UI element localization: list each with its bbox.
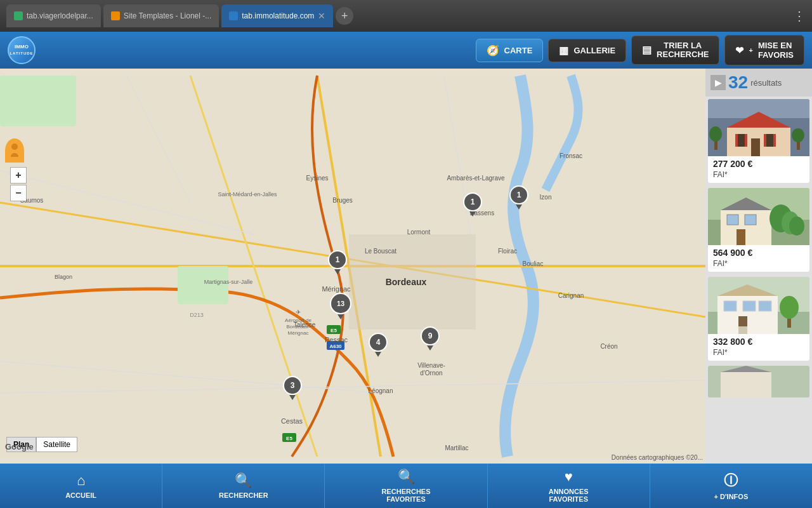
svg-rect-54 xyxy=(737,134,746,147)
svg-rect-83 xyxy=(738,326,747,334)
rechercher-label: RECHERCHER xyxy=(219,491,268,499)
tab-immolatitude[interactable]: tab.immolatitude.com ✕ xyxy=(221,4,333,27)
recherches-favorites-button[interactable]: 🔍 RECHERCHES FAVORITES xyxy=(325,464,487,508)
accueil-button[interactable]: ⌂ ACCUEIL xyxy=(0,464,162,508)
trier-label: TRIER LA RECHERCHE xyxy=(657,41,709,60)
top-navigation: IMMOLATITUDE 🧭 CARTE ▦ GALLERIE ▤ TRIER … xyxy=(0,32,812,69)
marker-circle: 1 xyxy=(463,192,482,211)
svg-text:Cestas: Cestas xyxy=(281,417,303,425)
results-header: ▶ 32 résultats xyxy=(705,69,812,97)
plus-dinfos-button[interactable]: ⓘ + D'INFOS xyxy=(650,464,812,508)
new-tab-button[interactable]: + xyxy=(336,7,353,25)
tab-title: tab.viagerlodelpar... xyxy=(27,11,93,20)
tab-favicon xyxy=(111,11,120,20)
svg-text:Ambarès-et-Lagrave: Ambarès-et-Lagrave xyxy=(447,175,505,182)
svg-text:Bordeaux-: Bordeaux- xyxy=(287,324,310,330)
map-area[interactable]: E5 E5 A630 Bordeaux Pessac Villenave- d'… xyxy=(0,69,705,464)
svg-rect-56 xyxy=(745,134,747,147)
svg-rect-59 xyxy=(773,134,776,147)
svg-text:Mérignac: Mérignac xyxy=(322,285,351,293)
listing-card-4[interactable] xyxy=(708,366,809,398)
tab-title: tab.immolatitude.com xyxy=(242,11,314,20)
svg-rect-57 xyxy=(765,134,775,147)
marker-circle: 9 xyxy=(421,326,440,345)
svg-text:Eysines: Eysines xyxy=(306,175,328,182)
svg-text:d'Ornon: d'Ornon xyxy=(420,370,442,377)
marker-pin xyxy=(337,314,344,319)
search-heart-icon: 🔍 xyxy=(398,469,415,485)
svg-rect-17 xyxy=(178,266,228,304)
listing-card-3[interactable]: 332 800 € FAI* xyxy=(708,277,809,361)
map-marker-3[interactable]: 3 xyxy=(283,376,302,400)
marker-circle: 13 xyxy=(330,293,351,314)
listing-image-2 xyxy=(708,188,809,245)
rechercher-button[interactable]: 🔍 RECHERCHER xyxy=(162,464,325,508)
app-container: IMMOLATITUDE 🧭 CARTE ▦ GALLERIE ▤ TRIER … xyxy=(0,32,812,508)
svg-rect-79 xyxy=(724,301,737,311)
zoom-controls: + − xyxy=(10,167,27,201)
zoom-in-button[interactable]: + xyxy=(10,167,27,184)
listing-card-1[interactable]: 277 200 € FAI* xyxy=(708,99,809,183)
compass-icon: 🧭 xyxy=(487,44,499,57)
pegman-icon xyxy=(9,143,20,158)
favoris-icon: + xyxy=(749,46,752,54)
heart-icon: ♥ xyxy=(565,469,573,485)
map-marker-4[interactable]: 4 xyxy=(369,333,388,357)
map-marker-1b[interactable]: 1 xyxy=(509,185,528,210)
svg-rect-81 xyxy=(759,301,771,311)
svg-text:Blagon: Blagon xyxy=(55,274,72,280)
accueil-label: ACCUEIL xyxy=(65,491,96,499)
svg-text:✈: ✈ xyxy=(296,309,301,316)
tab-title: Site Templates - Lionel -... xyxy=(124,11,212,20)
favoris-button[interactable]: ❤ + MISE EN FAVORIS xyxy=(724,35,804,65)
listing-price-3: 332 800 € xyxy=(708,334,809,348)
recherches-favorites-label: RECHERCHES FAVORITES xyxy=(382,488,431,503)
marker-circle: 3 xyxy=(283,376,302,395)
svg-rect-55 xyxy=(735,134,738,147)
gallerie-button[interactable]: ▦ GALLERIE xyxy=(548,39,626,62)
logo: IMMOLATITUDE xyxy=(8,36,36,64)
zoom-out-button[interactable]: − xyxy=(10,185,27,201)
listing-card-2[interactable]: 564 900 € FAI* xyxy=(708,188,809,272)
marker-pin xyxy=(334,269,341,274)
gallery-icon: ▦ xyxy=(559,44,568,57)
svg-text:Mérignac: Mérignac xyxy=(288,330,309,336)
svg-text:Pessac: Pessac xyxy=(325,336,348,344)
svg-text:Aéroport de: Aéroport de xyxy=(285,318,311,323)
tab-viager[interactable]: tab.viagerlodelpar... xyxy=(6,4,101,27)
google-logo: Google xyxy=(5,441,34,452)
svg-text:A630: A630 xyxy=(329,344,342,349)
trier-button[interactable]: ▤ TRIER LA RECHERCHE xyxy=(631,36,719,65)
listing-fai-2: FAI* xyxy=(708,259,809,272)
svg-text:Martillac: Martillac xyxy=(445,444,468,451)
plus-dinfos-label: + D'INFOS xyxy=(714,493,749,500)
browser-menu-button[interactable]: ⋮ xyxy=(793,8,806,23)
map-credit: Données cartographiques ©20... xyxy=(612,454,703,461)
bottom-navigation: ⌂ ACCUEIL 🔍 RECHERCHER 🔍 RECHERCHES FAVO… xyxy=(0,464,812,508)
svg-point-49 xyxy=(11,144,18,150)
results-arrow-button[interactable]: ▶ xyxy=(710,75,726,90)
map-marker-13[interactable]: 13 xyxy=(330,293,351,319)
svg-text:Villenave-: Villenave- xyxy=(417,362,445,369)
map-type-satellite-button[interactable]: Satellite xyxy=(36,437,77,452)
tab-favicon xyxy=(229,11,238,20)
svg-text:E5: E5 xyxy=(286,436,292,441)
map-marker-9[interactable]: 9 xyxy=(421,326,440,351)
map-marker-1a[interactable]: 1 xyxy=(463,192,482,217)
tab-favicon xyxy=(14,11,23,20)
svg-rect-58 xyxy=(764,134,766,147)
gallerie-label: GALLERIE xyxy=(573,46,615,55)
svg-text:Bouliac: Bouliac xyxy=(523,260,544,267)
annonces-favorites-button[interactable]: ♥ ANNONCES FAVORITES xyxy=(488,464,650,508)
info-icon: ⓘ xyxy=(724,471,738,490)
listing-fai-1: FAI* xyxy=(708,170,809,183)
map-svg: E5 E5 A630 Bordeaux Pessac Villenave- d'… xyxy=(0,69,705,464)
pegman-button[interactable] xyxy=(5,138,24,163)
marker-pin xyxy=(289,395,296,400)
listing-image-3 xyxy=(708,277,809,334)
map-marker-1c[interactable]: 1 xyxy=(328,250,347,274)
carte-button[interactable]: 🧭 CARTE xyxy=(476,39,544,62)
favoris-label: MISE EN FAVORIS xyxy=(758,41,794,60)
tab-close-button[interactable]: ✕ xyxy=(318,11,325,21)
tab-templates[interactable]: Site Templates - Lionel -... xyxy=(103,4,219,27)
